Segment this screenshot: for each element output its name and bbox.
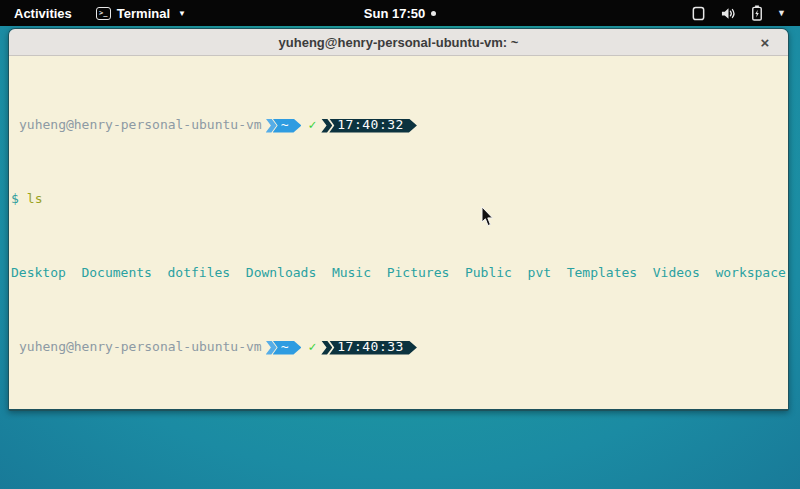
terminal-icon: >_ [96, 7, 111, 20]
directory-list: Desktop Documents dotfiles Downloads Mus… [11, 266, 786, 281]
app-menu-terminal[interactable]: >_ Terminal ▼ [86, 0, 196, 26]
clock-label: Sun 17:50 [364, 6, 425, 21]
ls-output-line: Desktop Documents dotfiles Downloads Mus… [11, 266, 786, 281]
chevron-down-icon: ▼ [777, 8, 786, 18]
window-title: yuheng@henry-personal-ubuntu-vm: ~ [279, 35, 519, 50]
notification-dot-icon [431, 11, 436, 16]
prompt-path-segment: ~ [273, 119, 302, 133]
clock-button[interactable]: Sun 17:50 [364, 6, 436, 21]
activities-label: Activities [14, 6, 72, 21]
screen-icon [691, 6, 706, 21]
activities-button[interactable]: Activities [0, 0, 86, 26]
prompt-line-1: yuheng@henry-personal-ubuntu-vm ~ ✓ 17:4… [11, 118, 786, 133]
prompt-symbol: $ [11, 192, 19, 207]
powerline-chevron-icon [321, 119, 332, 133]
terminal-content[interactable]: yuheng@henry-personal-ubuntu-vm ~ ✓ 17:4… [9, 56, 788, 409]
close-icon[interactable]: × [754, 29, 776, 56]
battery-charging-icon [751, 5, 763, 21]
prompt-path-segment: ~ [273, 341, 302, 355]
prompt-timestamp: 17:40:32 [329, 119, 417, 133]
system-status-area[interactable]: ▼ [691, 0, 800, 26]
window-titlebar[interactable]: yuheng@henry-personal-ubuntu-vm: ~ × [9, 29, 788, 56]
desktop: { "top_bar": { "activities_label": "Acti… [0, 0, 800, 489]
prompt-timestamp: 17:40:33 [329, 341, 417, 355]
status-check-icon: ✓ [308, 340, 316, 355]
prompt-line-2: yuheng@henry-personal-ubuntu-vm ~ ✓ 17:4… [11, 340, 786, 355]
powerline-chevron-icon [321, 341, 332, 355]
chevron-down-icon: ▼ [178, 9, 186, 18]
terminal-window: yuheng@henry-personal-ubuntu-vm: ~ × yuh… [8, 28, 789, 411]
command-line: $ ls [11, 192, 786, 207]
prompt-user: yuheng@henry-personal-ubuntu-vm [19, 118, 262, 133]
command-text: ls [27, 192, 43, 207]
top-bar: Activities >_ Terminal ▼ Sun 17:50 ▼ [0, 0, 800, 26]
volume-icon [720, 6, 737, 21]
app-menu-label: Terminal [117, 6, 170, 21]
status-check-icon: ✓ [308, 118, 316, 133]
prompt-user: yuheng@henry-personal-ubuntu-vm [19, 340, 262, 355]
